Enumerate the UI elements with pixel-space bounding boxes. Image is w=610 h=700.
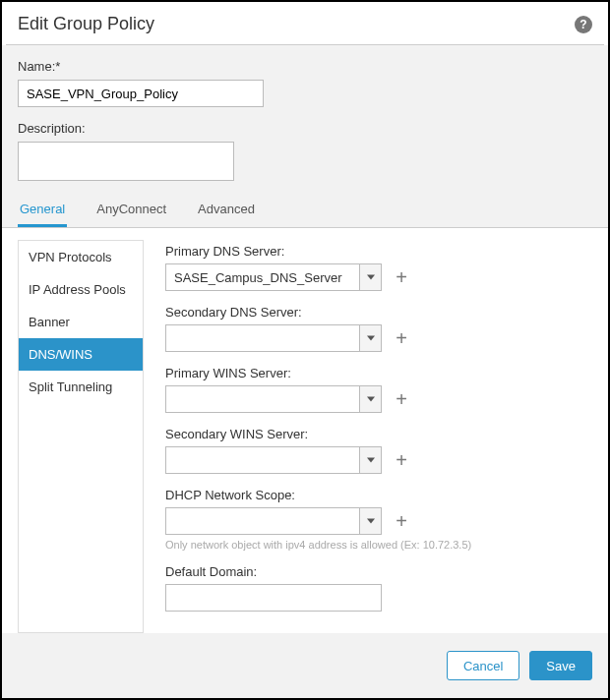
help-icon[interactable]: ? bbox=[575, 16, 592, 33]
row-secondary-wins: Secondary WINS Server: + bbox=[165, 427, 592, 474]
row-default-domain: Default Domain: bbox=[165, 564, 592, 612]
dhcp-scope-hint: Only network object with ipv4 address is… bbox=[165, 539, 592, 551]
add-secondary-dns-button[interactable]: + bbox=[390, 326, 413, 350]
form-area: Primary DNS Server: SASE_Campus_DNS_Serv… bbox=[144, 240, 592, 633]
name-label: Name:* bbox=[18, 59, 592, 74]
svg-marker-4 bbox=[367, 519, 375, 524]
dialog-footer: Cancel Save bbox=[2, 633, 608, 698]
row-dhcp-scope: DHCP Network Scope: + Only network objec… bbox=[165, 488, 592, 551]
tab-advanced[interactable]: Advanced bbox=[196, 194, 257, 227]
row-primary-wins: Primary WINS Server: + bbox=[165, 366, 592, 413]
cancel-button[interactable]: Cancel bbox=[447, 651, 519, 680]
row-secondary-dns: Secondary DNS Server: + bbox=[165, 305, 592, 352]
secondary-wins-label: Secondary WINS Server: bbox=[165, 427, 592, 441]
dialog-title: Edit Group Policy bbox=[18, 14, 154, 34]
titlebar: Edit Group Policy ? bbox=[2, 2, 608, 44]
sidebar-item-dns-wins[interactable]: DNS/WINS bbox=[19, 338, 143, 371]
sidebar-item-banner[interactable]: Banner bbox=[19, 306, 143, 338]
primary-wins-select[interactable] bbox=[165, 385, 382, 413]
tab-bar: General AnyConnect Advanced bbox=[18, 194, 592, 227]
add-secondary-wins-button[interactable]: + bbox=[390, 448, 413, 472]
dhcp-scope-select[interactable] bbox=[165, 507, 382, 535]
name-input[interactable] bbox=[18, 80, 264, 107]
chevron-down-icon bbox=[359, 264, 381, 290]
secondary-wins-select[interactable] bbox=[165, 446, 382, 474]
primary-dns-select[interactable]: SASE_Campus_DNS_Server bbox=[165, 263, 382, 291]
sidebar-item-split-tunneling[interactable]: Split Tunneling bbox=[19, 371, 143, 403]
default-domain-input[interactable] bbox=[165, 584, 382, 612]
sidebar-item-vpn-protocols[interactable]: VPN Protocols bbox=[19, 241, 143, 273]
sidebar-item-ip-address-pools[interactable]: IP Address Pools bbox=[19, 273, 143, 306]
svg-marker-1 bbox=[367, 336, 375, 341]
tab-general[interactable]: General bbox=[18, 194, 67, 227]
description-input[interactable] bbox=[18, 142, 234, 181]
tab-anyconnect[interactable]: AnyConnect bbox=[94, 194, 168, 227]
add-dhcp-scope-button[interactable]: + bbox=[390, 509, 413, 533]
secondary-dns-label: Secondary DNS Server: bbox=[165, 305, 592, 320]
chevron-down-icon bbox=[359, 447, 381, 473]
secondary-dns-select[interactable] bbox=[165, 324, 382, 352]
row-primary-dns: Primary DNS Server: SASE_Campus_DNS_Serv… bbox=[165, 244, 592, 291]
svg-marker-0 bbox=[367, 275, 375, 280]
svg-marker-3 bbox=[367, 458, 375, 463]
add-primary-wins-button[interactable]: + bbox=[390, 387, 413, 411]
content-area: VPN Protocols IP Address Pools Banner DN… bbox=[2, 228, 608, 633]
chevron-down-icon bbox=[359, 325, 381, 351]
dhcp-scope-label: DHCP Network Scope: bbox=[165, 488, 592, 502]
svg-marker-2 bbox=[367, 397, 375, 402]
side-nav: VPN Protocols IP Address Pools Banner DN… bbox=[18, 240, 144, 633]
primary-wins-label: Primary WINS Server: bbox=[165, 366, 592, 380]
chevron-down-icon bbox=[359, 386, 381, 412]
description-label: Description: bbox=[18, 121, 592, 136]
primary-dns-label: Primary DNS Server: bbox=[165, 244, 592, 259]
default-domain-label: Default Domain: bbox=[165, 564, 592, 579]
header-form-section: Name:* Description: General AnyConnect A… bbox=[2, 45, 608, 227]
save-button[interactable]: Save bbox=[529, 651, 592, 680]
chevron-down-icon bbox=[359, 508, 381, 534]
primary-dns-value: SASE_Campus_DNS_Server bbox=[166, 270, 359, 285]
dialog-edit-group-policy: Edit Group Policy ? Name:* Description: … bbox=[0, 0, 610, 700]
add-primary-dns-button[interactable]: + bbox=[390, 265, 413, 289]
